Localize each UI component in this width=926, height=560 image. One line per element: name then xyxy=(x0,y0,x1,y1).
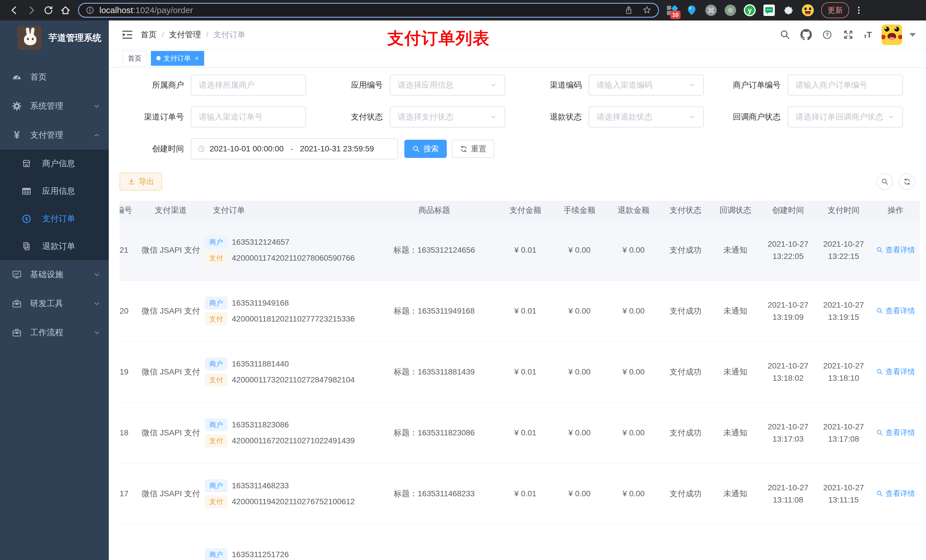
browser-home-button[interactable] xyxy=(59,4,72,17)
yen-circle-icon xyxy=(21,213,32,224)
cell-notify: 未通知 xyxy=(710,402,760,463)
sidebar-item-pay[interactable]: ¥ 支付管理 xyxy=(0,121,109,150)
extension-workona-icon[interactable]: 10 xyxy=(666,4,678,16)
browser-reload-button[interactable] xyxy=(42,4,55,17)
col-header-id: 编号 xyxy=(120,201,137,220)
browser-update-button[interactable]: 更新 xyxy=(821,2,849,18)
search-button[interactable]: 搜索 xyxy=(404,140,447,158)
table-row: 18 微信 JSAPI 支付 商户1635311823086 支付4200001… xyxy=(120,402,920,463)
pay-tag: 支付 xyxy=(205,374,227,386)
site-info-icon[interactable] xyxy=(85,5,95,15)
browser-back-button[interactable] xyxy=(8,4,21,17)
cell-amount: ¥ 0.01 xyxy=(498,281,552,341)
sidebar-item-refund-order[interactable]: 退款订单 xyxy=(0,232,109,260)
browser-forward-button[interactable] xyxy=(25,4,38,17)
fullscreen-icon[interactable] xyxy=(843,29,854,41)
clock-icon xyxy=(197,145,206,153)
cell-action: 查看详情 xyxy=(872,281,920,341)
browser-menu-icon[interactable] xyxy=(853,5,864,15)
breadcrumb-home[interactable]: 首页 xyxy=(141,29,157,40)
pay-order-no: 4200001173202110272847982104 xyxy=(232,375,355,385)
cell-refund: ¥ 0.00 xyxy=(607,220,661,281)
breadcrumb-section[interactable]: 支付管理 xyxy=(169,29,201,40)
bookmark-star-icon[interactable] xyxy=(642,5,652,15)
cell-title: 标题：1635311823086 xyxy=(370,402,498,463)
sidebar-item-infra[interactable]: 基础设施 xyxy=(0,260,109,289)
app-logo[interactable]: 芋道管理系统 xyxy=(0,21,109,55)
select-placeholder: 请选择退款状态 xyxy=(596,112,652,122)
sidebar-item-pay-order[interactable]: 支付订单 xyxy=(0,205,109,232)
merchant-tag: 商户 xyxy=(205,418,227,431)
filter-label-app: 应用编号 xyxy=(319,80,390,91)
cell-id: 18 xyxy=(120,402,137,463)
breadcrumb-current: 支付订单 xyxy=(213,29,245,40)
extension-chat-icon[interactable] xyxy=(763,4,775,16)
tab-home[interactable]: 首页 xyxy=(123,51,147,66)
cell-paid: 2021-10-2713:19:15 xyxy=(816,281,872,341)
avatar-caret-icon[interactable] xyxy=(909,33,916,37)
table-row: 19 微信 JSAPI 支付 商户1635311881440 支付4200001… xyxy=(120,341,920,402)
cell-action: 查看详情 xyxy=(872,220,920,281)
view-detail-link[interactable]: 查看详情 xyxy=(876,306,915,316)
create-time-row: 创建时间 2021-10-01 00:00:00 - 2021-10-31 23… xyxy=(120,138,915,159)
github-icon[interactable] xyxy=(800,29,812,41)
table-toolbar: 导出 xyxy=(120,172,915,191)
merchant-order-no: 1635311468233 xyxy=(232,481,289,490)
address-bar[interactable]: localhost:1024/pay/order xyxy=(78,3,659,18)
merchant-order-no: 1635311251726 xyxy=(232,550,289,559)
view-detail-link[interactable]: 查看详情 xyxy=(876,428,915,438)
view-detail-link[interactable]: 查看详情 xyxy=(876,245,915,255)
col-header-created: 创建时间 xyxy=(760,201,816,220)
tab-pay-order[interactable]: 支付订单 × xyxy=(151,51,204,66)
extension-y-icon[interactable]: y xyxy=(744,4,756,16)
app-select[interactable]: 请选择应用信息 xyxy=(390,74,505,96)
search-icon[interactable] xyxy=(779,29,791,41)
toggle-search-button[interactable] xyxy=(876,173,893,190)
callback-status-select[interactable]: 请选择订单回调商户状态 xyxy=(788,106,903,127)
share-icon[interactable] xyxy=(624,5,634,15)
sidebar-item-workflow[interactable]: 工作流程 xyxy=(0,318,109,347)
pay-status-select[interactable]: 请选择支付状态 xyxy=(390,106,505,127)
merchant-order-input[interactable] xyxy=(788,74,903,96)
sidebar-item-system[interactable]: 系统管理 xyxy=(0,92,109,121)
sidebar-item-home[interactable]: 首页 xyxy=(0,63,109,92)
owner-input[interactable] xyxy=(191,74,306,96)
refund-status-select[interactable]: 请选择退款状态 xyxy=(589,106,704,127)
page-content: 所属商户 应用编号 请选择应用信息 渠道编码 请输入渠道编码 商户订单编号 渠道… xyxy=(109,68,926,560)
cell-action: 查看详情 xyxy=(872,402,920,463)
extension-command-icon[interactable] xyxy=(705,4,717,16)
sidebar-item-merchant-info[interactable]: 商户信息 xyxy=(0,150,109,177)
channel-order-input[interactable] xyxy=(191,106,306,127)
refresh-table-button[interactable] xyxy=(899,173,915,190)
channel-code-select[interactable]: 请输入渠道编码 xyxy=(589,74,704,96)
merchant-order-no: 1635311881440 xyxy=(232,359,289,368)
reset-button[interactable]: 重置 xyxy=(452,140,494,158)
export-button[interactable]: 导出 xyxy=(120,172,162,191)
help-icon[interactable] xyxy=(822,29,833,41)
sidebar-item-devtools[interactable]: 研发工具 xyxy=(0,289,109,318)
cell-title: 标题：1635311881439 xyxy=(370,341,498,402)
extension-icons: 10 y xyxy=(666,4,814,16)
url-text: localhost:1024/pay/order xyxy=(99,5,624,15)
sidebar-item-label: 支付管理 xyxy=(30,130,63,141)
refresh-icon xyxy=(460,145,468,153)
sidebar-fold-icon[interactable] xyxy=(121,29,133,41)
sidebar-item-app-info[interactable]: 应用信息 xyxy=(0,177,109,205)
filter-label-pay-status: 支付状态 xyxy=(319,112,390,122)
font-size-icon[interactable]: тT xyxy=(864,30,872,39)
tags-view-bar: 首页 支付订单 × xyxy=(109,49,926,68)
cell-channel: 微信 JSAPI 支付 xyxy=(137,341,205,402)
chevron-down-icon xyxy=(93,329,101,337)
user-avatar[interactable] xyxy=(882,24,902,45)
sidebar-item-label: 支付订单 xyxy=(42,213,75,225)
extension-green-dot-icon[interactable] xyxy=(725,4,736,16)
date-range-picker[interactable]: 2021-10-01 00:00:00 - 2021-10-31 23:59:5… xyxy=(191,138,398,159)
chevron-down-icon xyxy=(93,270,101,279)
extensions-puzzle-icon[interactable] xyxy=(782,4,794,16)
view-detail-link[interactable]: 查看详情 xyxy=(876,367,915,377)
extension-balloon-icon[interactable] xyxy=(686,4,698,16)
browser-profile-avatar[interactable] xyxy=(802,4,814,16)
close-icon[interactable]: × xyxy=(195,55,199,62)
chevron-down-icon xyxy=(688,113,696,121)
view-detail-link[interactable]: 查看详情 xyxy=(876,489,915,498)
